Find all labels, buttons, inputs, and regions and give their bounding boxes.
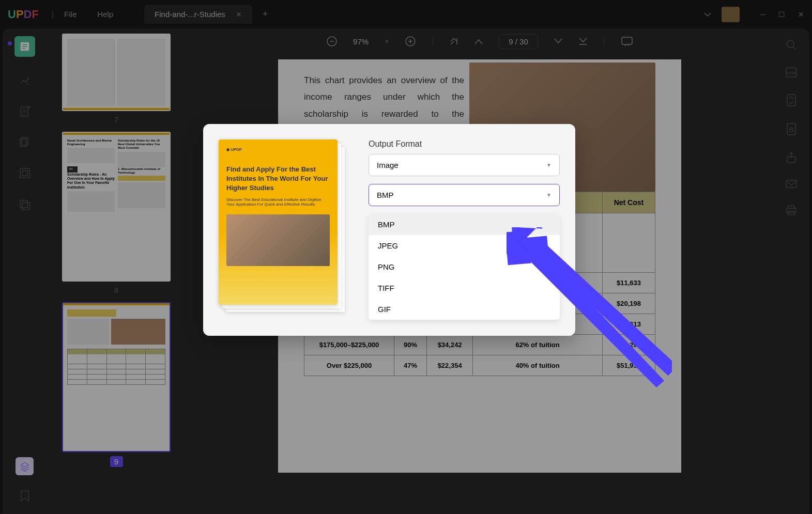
dialog-preview: ◆ UPDF Find and Apply For the Best Insti… (219, 139, 348, 320)
dropdown-option-tiff[interactable]: TIFF (369, 277, 560, 299)
dropdown-option-bmp[interactable]: BMP (369, 214, 560, 235)
dropdown-option-png[interactable]: PNG (369, 256, 560, 277)
format-select[interactable]: Image ▼ (369, 154, 560, 176)
image-type-select[interactable]: BMP ▼ (369, 184, 560, 206)
dropdown-option-gif[interactable]: GIF (369, 299, 560, 320)
image-type-dropdown: BMP JPEG PNG TIFF GIF (369, 214, 560, 320)
chevron-down-icon: ▼ (546, 192, 551, 198)
chevron-down-icon: ▼ (546, 162, 551, 168)
dropdown-option-jpeg[interactable]: JPEG (369, 235, 560, 256)
dialog-form: Output Format Image ▼ BMP ▼ BMP JPEG PNG… (369, 139, 560, 320)
export-dialog: ◆ UPDF Find and Apply For the Best Insti… (203, 124, 575, 336)
output-format-label: Output Format (369, 139, 560, 149)
